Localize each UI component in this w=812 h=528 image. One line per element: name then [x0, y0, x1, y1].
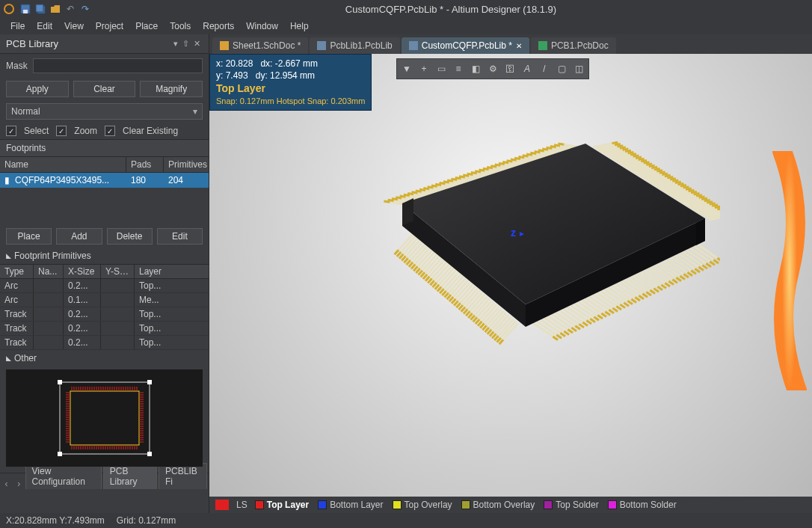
clear-button[interactable]: Clear: [73, 81, 136, 97]
svg-line-298: [612, 142, 618, 144]
primitive-row[interactable]: Track0.2...Top...: [0, 336, 209, 350]
layer-item[interactable]: Top Overlay: [393, 500, 452, 510]
svg-line-252: [635, 298, 640, 301]
select-checkbox[interactable]: ✓: [6, 126, 16, 136]
crosshair-icon[interactable]: +: [416, 61, 432, 77]
col-pname[interactable]: Na...: [34, 265, 64, 278]
undo-icon[interactable]: ↶: [64, 3, 76, 15]
menu-tools[interactable]: Tools: [164, 19, 197, 33]
panel-pin-icon[interactable]: ⇧: [182, 39, 189, 49]
layer-item[interactable]: Bottom Layer: [318, 500, 383, 510]
save-all-icon[interactable]: [34, 3, 46, 15]
primitive-row[interactable]: Arc0.2...Top...: [0, 279, 209, 293]
menu-help[interactable]: Help: [284, 19, 315, 33]
svg-line-396: [400, 196, 406, 197]
select-rect-icon[interactable]: ▭: [433, 61, 449, 77]
primitive-row[interactable]: Arc0.1...Me...: [0, 293, 209, 307]
footer-tab-pcblib-fi[interactable]: PCBLIB Fi: [159, 463, 207, 489]
line-icon[interactable]: /: [536, 61, 553, 77]
svg-line-464: [535, 151, 541, 152]
menu-project[interactable]: Project: [90, 19, 129, 33]
save-icon[interactable]: [19, 3, 31, 15]
footprint-primitives-header[interactable]: Footprint Primitives: [0, 248, 209, 264]
panel-close-icon[interactable]: ✕: [194, 39, 200, 49]
active-layer-swatch[interactable]: [215, 500, 229, 510]
col-name[interactable]: Name: [0, 157, 126, 172]
delete-button[interactable]: Delete: [107, 228, 153, 245]
edit-button[interactable]: Edit: [157, 228, 203, 245]
col-pads[interactable]: Pads: [126, 157, 164, 172]
region-icon[interactable]: ◫: [570, 61, 587, 77]
primitive-row[interactable]: Track0.2...Top...: [0, 307, 209, 322]
footer-tab-view-conf[interactable]: View Configuration: [25, 463, 102, 489]
menu-edit[interactable]: Edit: [31, 19, 58, 33]
gear-icon[interactable]: ⚙: [485, 61, 501, 77]
text-icon[interactable]: A: [519, 61, 535, 77]
other-header[interactable]: Other: [0, 350, 209, 366]
footprint-row[interactable]: ▮ CQFP64P3495X3495... 180 204: [0, 173, 209, 188]
tab-scroll-right-icon[interactable]: ›: [13, 479, 25, 489]
rect-icon[interactable]: ▢: [553, 61, 570, 77]
col-layer[interactable]: Layer: [135, 265, 209, 278]
document-tab[interactable]: CustomCQFP.PcbLib *✕: [402, 37, 529, 54]
zoom-checkbox[interactable]: ✓: [56, 126, 67, 136]
col-type[interactable]: Type: [0, 265, 34, 278]
layer-item[interactable]: Bottom Solder: [608, 500, 677, 510]
svg-line-458: [523, 156, 529, 156]
svg-line-356: [689, 190, 695, 191]
document-tab[interactable]: PcbLib1.PcbLib: [310, 37, 399, 54]
svg-line-366: [701, 198, 707, 200]
layer-item[interactable]: Top Solder: [544, 500, 598, 510]
svg-line-232: [597, 315, 603, 319]
key-icon[interactable]: ⚿: [502, 61, 518, 77]
svg-line-422: [451, 179, 457, 179]
eraser-icon[interactable]: ◧: [467, 61, 484, 77]
menu-window[interactable]: Window: [240, 19, 284, 33]
svg-line-450: [507, 161, 513, 162]
footprint-preview[interactable]: [6, 369, 203, 467]
place-button[interactable]: Place: [6, 228, 52, 245]
menu-reports[interactable]: Reports: [197, 19, 240, 33]
tab-close-icon[interactable]: ✕: [516, 42, 522, 50]
magnify-button[interactable]: Magnify: [140, 81, 203, 97]
svg-line-440: [487, 167, 493, 168]
layer-item[interactable]: Top Layer: [255, 500, 309, 510]
svg-line-470: [547, 147, 553, 148]
mode-value: Normal: [11, 106, 40, 117]
svg-line-454: [514, 158, 520, 159]
menu-place[interactable]: Place: [129, 19, 164, 33]
footer-tab-pcb-library[interactable]: PCB Library: [103, 463, 157, 489]
apply-button[interactable]: Apply: [6, 81, 69, 97]
menu-view[interactable]: View: [58, 19, 90, 33]
primitive-row[interactable]: Track0.2...Top...: [0, 322, 209, 336]
svg-line-390: [388, 200, 394, 200]
svg-line-292: [710, 262, 715, 265]
svg-rect-2: [23, 10, 28, 13]
col-ysize[interactable]: Y-Size: [101, 265, 135, 278]
svg-line-272: [672, 280, 677, 283]
document-tab[interactable]: Sheet1.SchDoc *: [212, 37, 308, 54]
svg-line-334: [659, 172, 665, 174]
align-icon[interactable]: ≡: [450, 61, 467, 77]
col-xsize[interactable]: X-Size: [64, 265, 101, 278]
document-tab[interactable]: PCB1.PcbDoc: [531, 37, 616, 54]
svg-line-326: [649, 165, 655, 167]
mask-combo[interactable]: [33, 58, 203, 73]
3d-viewport[interactable]: x: 20.828 dx: -2.667 mm y: 7.493 dy: 12.…: [209, 54, 812, 497]
add-button[interactable]: Add: [56, 228, 102, 245]
col-primitives[interactable]: Primitives: [164, 157, 209, 172]
layer-swatch-icon: [544, 500, 553, 509]
panel-dropdown-icon[interactable]: ▾: [173, 39, 178, 49]
svg-line-388: [384, 201, 390, 202]
tab-scroll-left-icon[interactable]: ‹: [0, 479, 13, 489]
clear-existing-checkbox[interactable]: ✓: [105, 126, 115, 136]
svg-line-364: [699, 197, 705, 198]
layer-item[interactable]: Bottom Overlay: [461, 500, 535, 510]
svg-line-434: [475, 171, 481, 172]
mode-dropdown[interactable]: Normal: [6, 103, 203, 120]
filter-icon[interactable]: ▼: [399, 61, 415, 77]
menu-file[interactable]: File: [4, 19, 31, 33]
redo-icon[interactable]: ↷: [79, 3, 91, 15]
open-folder-icon[interactable]: [49, 3, 61, 15]
svg-line-394: [396, 197, 402, 198]
